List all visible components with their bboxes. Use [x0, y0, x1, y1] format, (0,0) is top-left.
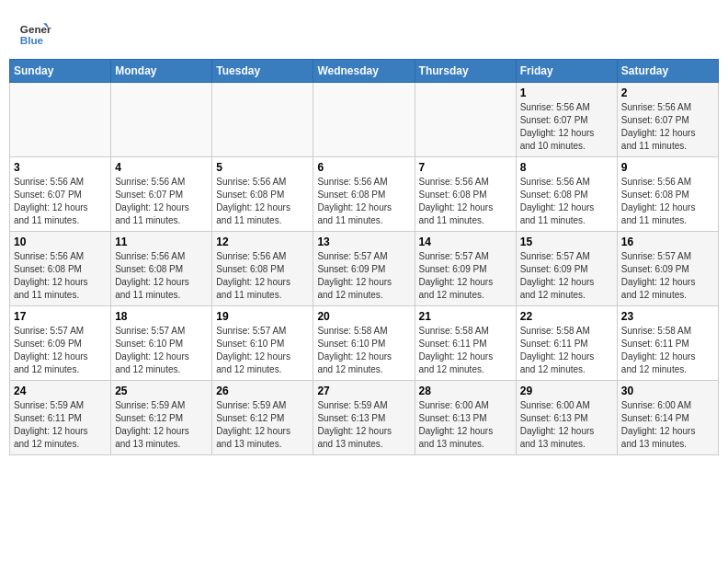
day-number: 14	[419, 236, 512, 248]
day-info: Sunrise: 5:57 AM Sunset: 6:10 PM Dayligh…	[216, 325, 309, 376]
calendar-cell	[313, 83, 415, 157]
calendar-cell: 19Sunrise: 5:57 AM Sunset: 6:10 PM Dayli…	[212, 306, 313, 381]
day-number: 1	[520, 86, 613, 99]
day-number: 22	[520, 310, 613, 323]
calendar-cell: 17Sunrise: 5:57 AM Sunset: 6:09 PM Dayli…	[10, 306, 111, 381]
calendar-cell: 1Sunrise: 5:56 AM Sunset: 6:07 PM Daylig…	[516, 83, 617, 157]
day-number: 5	[216, 161, 309, 174]
day-info: Sunrise: 5:57 AM Sunset: 6:09 PM Dayligh…	[14, 325, 107, 376]
calendar-cell	[212, 83, 313, 157]
logo: General Blue	[18, 17, 51, 50]
day-number: 15	[520, 236, 613, 248]
logo-icon: General Blue	[18, 17, 51, 50]
day-info: Sunrise: 5:58 AM Sunset: 6:11 PM Dayligh…	[520, 325, 613, 376]
calendar-cell: 4Sunrise: 5:56 AM Sunset: 6:07 PM Daylig…	[111, 157, 212, 232]
day-number: 28	[419, 385, 512, 397]
day-info: Sunrise: 5:57 AM Sunset: 6:09 PM Dayligh…	[419, 250, 512, 302]
calendar-header-row: SundayMondayTuesdayWednesdayThursdayFrid…	[10, 60, 719, 83]
day-number: 2	[621, 86, 714, 99]
day-number: 30	[621, 385, 714, 397]
calendar-cell: 16Sunrise: 5:57 AM Sunset: 6:09 PM Dayli…	[617, 232, 718, 306]
day-info: Sunrise: 6:00 AM Sunset: 6:13 PM Dayligh…	[520, 399, 613, 451]
day-info: Sunrise: 5:57 AM Sunset: 6:09 PM Dayligh…	[621, 250, 714, 302]
day-info: Sunrise: 5:58 AM Sunset: 6:11 PM Dayligh…	[419, 325, 512, 376]
calendar-cell	[111, 83, 212, 157]
page-header: General Blue	[9, 9, 719, 53]
weekday-header-wednesday: Wednesday	[313, 60, 415, 83]
day-info: Sunrise: 5:56 AM Sunset: 6:08 PM Dayligh…	[621, 176, 714, 227]
day-info: Sunrise: 5:56 AM Sunset: 6:07 PM Dayligh…	[14, 176, 107, 227]
day-info: Sunrise: 5:56 AM Sunset: 6:07 PM Dayligh…	[520, 101, 613, 153]
calendar-cell: 24Sunrise: 5:59 AM Sunset: 6:11 PM Dayli…	[10, 381, 111, 455]
day-info: Sunrise: 5:59 AM Sunset: 6:13 PM Dayligh…	[317, 399, 410, 451]
day-number: 29	[520, 385, 613, 397]
day-info: Sunrise: 5:56 AM Sunset: 6:07 PM Dayligh…	[621, 101, 714, 153]
day-info: Sunrise: 5:56 AM Sunset: 6:08 PM Dayligh…	[520, 176, 613, 227]
weekday-header-friday: Friday	[516, 60, 617, 83]
calendar-cell: 3Sunrise: 5:56 AM Sunset: 6:07 PM Daylig…	[10, 157, 111, 232]
day-number: 13	[317, 236, 410, 248]
day-number: 8	[520, 161, 613, 174]
calendar-cell: 23Sunrise: 5:58 AM Sunset: 6:11 PM Dayli…	[617, 306, 718, 381]
calendar-cell: 14Sunrise: 5:57 AM Sunset: 6:09 PM Dayli…	[415, 232, 516, 306]
day-number: 19	[216, 310, 309, 323]
day-number: 9	[621, 161, 714, 174]
calendar-week-5: 24Sunrise: 5:59 AM Sunset: 6:11 PM Dayli…	[10, 381, 719, 455]
calendar-body: 1Sunrise: 5:56 AM Sunset: 6:07 PM Daylig…	[10, 83, 719, 455]
calendar-cell: 10Sunrise: 5:56 AM Sunset: 6:08 PM Dayli…	[10, 232, 111, 306]
calendar-cell: 27Sunrise: 5:59 AM Sunset: 6:13 PM Dayli…	[313, 381, 415, 455]
calendar-cell: 6Sunrise: 5:56 AM Sunset: 6:08 PM Daylig…	[313, 157, 415, 232]
day-number: 12	[216, 236, 309, 248]
weekday-header-saturday: Saturday	[617, 60, 718, 83]
calendar-cell: 9Sunrise: 5:56 AM Sunset: 6:08 PM Daylig…	[617, 157, 718, 232]
day-number: 4	[115, 161, 208, 174]
calendar-cell: 30Sunrise: 6:00 AM Sunset: 6:14 PM Dayli…	[617, 381, 718, 455]
calendar-week-4: 17Sunrise: 5:57 AM Sunset: 6:09 PM Dayli…	[10, 306, 719, 381]
day-number: 20	[317, 310, 410, 323]
calendar-cell: 20Sunrise: 5:58 AM Sunset: 6:10 PM Dayli…	[313, 306, 415, 381]
calendar-cell: 5Sunrise: 5:56 AM Sunset: 6:08 PM Daylig…	[212, 157, 313, 232]
day-info: Sunrise: 5:56 AM Sunset: 6:08 PM Dayligh…	[216, 250, 309, 302]
day-info: Sunrise: 5:56 AM Sunset: 6:08 PM Dayligh…	[14, 250, 107, 302]
day-info: Sunrise: 5:59 AM Sunset: 6:11 PM Dayligh…	[14, 399, 107, 451]
day-number: 24	[14, 385, 107, 397]
calendar-week-3: 10Sunrise: 5:56 AM Sunset: 6:08 PM Dayli…	[10, 232, 719, 306]
calendar-cell: 21Sunrise: 5:58 AM Sunset: 6:11 PM Dayli…	[415, 306, 516, 381]
day-info: Sunrise: 5:57 AM Sunset: 6:09 PM Dayligh…	[520, 250, 613, 302]
weekday-header-monday: Monday	[111, 60, 212, 83]
day-number: 23	[621, 310, 714, 323]
weekday-header-tuesday: Tuesday	[212, 60, 313, 83]
day-number: 10	[14, 236, 107, 248]
day-number: 16	[621, 236, 714, 248]
calendar-cell: 2Sunrise: 5:56 AM Sunset: 6:07 PM Daylig…	[617, 83, 718, 157]
day-info: Sunrise: 5:56 AM Sunset: 6:08 PM Dayligh…	[216, 176, 309, 227]
calendar-week-2: 3Sunrise: 5:56 AM Sunset: 6:07 PM Daylig…	[10, 157, 719, 232]
day-number: 21	[419, 310, 512, 323]
day-info: Sunrise: 6:00 AM Sunset: 6:13 PM Dayligh…	[419, 399, 512, 451]
day-info: Sunrise: 5:56 AM Sunset: 6:07 PM Dayligh…	[115, 176, 208, 227]
day-number: 3	[14, 161, 107, 174]
calendar-cell: 28Sunrise: 6:00 AM Sunset: 6:13 PM Dayli…	[415, 381, 516, 455]
calendar-cell	[10, 83, 111, 157]
day-info: Sunrise: 6:00 AM Sunset: 6:14 PM Dayligh…	[621, 399, 714, 451]
day-number: 18	[115, 310, 208, 323]
day-info: Sunrise: 5:59 AM Sunset: 6:12 PM Dayligh…	[216, 399, 309, 451]
day-number: 11	[115, 236, 208, 248]
calendar-table: SundayMondayTuesdayWednesdayThursdayFrid…	[9, 59, 719, 455]
calendar-cell: 25Sunrise: 5:59 AM Sunset: 6:12 PM Dayli…	[111, 381, 212, 455]
day-info: Sunrise: 5:56 AM Sunset: 6:08 PM Dayligh…	[419, 176, 512, 227]
day-number: 6	[317, 161, 410, 174]
svg-text:Blue: Blue	[20, 34, 44, 46]
day-info: Sunrise: 5:58 AM Sunset: 6:11 PM Dayligh…	[621, 325, 714, 376]
calendar-cell	[415, 83, 516, 157]
day-info: Sunrise: 5:59 AM Sunset: 6:12 PM Dayligh…	[115, 399, 208, 451]
calendar-cell: 7Sunrise: 5:56 AM Sunset: 6:08 PM Daylig…	[415, 157, 516, 232]
calendar-week-1: 1Sunrise: 5:56 AM Sunset: 6:07 PM Daylig…	[10, 83, 719, 157]
day-info: Sunrise: 5:58 AM Sunset: 6:10 PM Dayligh…	[317, 325, 410, 376]
day-info: Sunrise: 5:57 AM Sunset: 6:10 PM Dayligh…	[115, 325, 208, 376]
day-info: Sunrise: 5:56 AM Sunset: 6:08 PM Dayligh…	[317, 176, 410, 227]
calendar-cell: 22Sunrise: 5:58 AM Sunset: 6:11 PM Dayli…	[516, 306, 617, 381]
calendar-cell: 12Sunrise: 5:56 AM Sunset: 6:08 PM Dayli…	[212, 232, 313, 306]
day-number: 26	[216, 385, 309, 397]
calendar-cell: 11Sunrise: 5:56 AM Sunset: 6:08 PM Dayli…	[111, 232, 212, 306]
